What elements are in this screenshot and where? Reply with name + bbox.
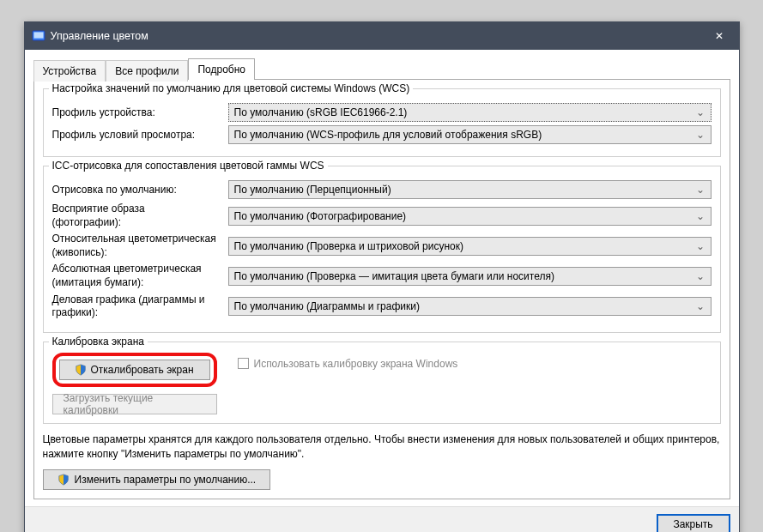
close-dialog-label: Закрыть bbox=[673, 518, 712, 530]
titlebar: Управление цветом ✕ bbox=[25, 22, 739, 50]
use-windows-calibration-label: Использовать калибровку экрана Windows bbox=[254, 358, 458, 370]
chevron-down-icon: ⌄ bbox=[693, 210, 707, 222]
shield-icon bbox=[58, 474, 70, 486]
default-rendering-label: Отрисовка по умолчанию: bbox=[52, 184, 228, 196]
group-wcs-legend: Настройка значений по умолчанию для цвет… bbox=[49, 82, 414, 94]
tab-devices[interactable]: Устройства bbox=[33, 60, 106, 82]
viewing-profile-value: По умолчанию (WCS-профиль для условий от… bbox=[234, 129, 693, 141]
device-profile-dropdown[interactable]: По умолчанию (sRGB IEC61966-2.1) ⌄ bbox=[228, 103, 712, 122]
load-calibrations-button: Загрузить текущие калибровки bbox=[52, 394, 217, 414]
chevron-down-icon: ⌄ bbox=[693, 270, 707, 282]
chevron-down-icon: ⌄ bbox=[693, 106, 707, 118]
change-defaults-button[interactable]: Изменить параметры по умолчанию... bbox=[43, 469, 271, 490]
relative-colorimetric-value: По умолчанию (Проверка и штриховой рисун… bbox=[234, 240, 693, 252]
absolute-colorimetric-dropdown[interactable]: По умолчанию (Проверка — имитация цвета … bbox=[228, 267, 712, 286]
default-rendering-value: По умолчанию (Перцепционный) bbox=[234, 184, 693, 196]
dialog-footer: Закрыть bbox=[25, 506, 739, 532]
checkbox-icon bbox=[238, 358, 249, 369]
tab-advanced-label: Подробно bbox=[197, 63, 245, 76]
close-button[interactable]: ✕ bbox=[700, 22, 739, 50]
absolute-colorimetric-label: Абсолютная цветометрическая(имитация бум… bbox=[52, 263, 228, 289]
change-defaults-label: Изменить параметры по умолчанию... bbox=[75, 474, 257, 486]
color-management-window: Управление цветом ✕ Устройства Все профи… bbox=[24, 21, 740, 532]
tab-all-profiles[interactable]: Все профили bbox=[106, 60, 188, 82]
tab-advanced[interactable]: Подробно bbox=[188, 58, 255, 80]
window-title: Управление цветом bbox=[51, 30, 700, 42]
calibrate-label: Откалибровать экран bbox=[90, 364, 193, 376]
tab-panel: Настройка значений по умолчанию для цвет… bbox=[33, 79, 730, 499]
tab-devices-label: Устройства bbox=[43, 65, 97, 77]
tab-strip: Устройства Все профили Подробно bbox=[33, 58, 730, 80]
absolute-colorimetric-value: По умолчанию (Проверка — имитация цвета … bbox=[234, 270, 693, 282]
business-graphics-label: Деловая графика (диаграммы играфики): bbox=[52, 293, 228, 320]
group-wcs-defaults: Настройка значений по умолчанию для цвет… bbox=[43, 88, 721, 157]
chevron-down-icon: ⌄ bbox=[693, 129, 707, 141]
close-dialog-button[interactable]: Закрыть bbox=[657, 514, 730, 532]
tab-all-profiles-label: Все профили bbox=[115, 65, 179, 77]
viewing-profile-dropdown[interactable]: По умолчанию (WCS-профиль для условий от… bbox=[228, 125, 712, 144]
perceptual-dropdown[interactable]: По умолчанию (Фотографирование) ⌄ bbox=[228, 207, 712, 226]
note-text: Цветовые параметры хранятся для каждого … bbox=[43, 432, 721, 462]
highlight-annotation: Откалибровать экран bbox=[52, 353, 217, 387]
shield-icon bbox=[75, 364, 87, 376]
group-icc-legend: ICC-отрисовка для сопоставления цветовой… bbox=[49, 160, 328, 172]
group-icc-rendering: ICC-отрисовка для сопоставления цветовой… bbox=[43, 166, 721, 333]
use-windows-calibration-checkbox: Использовать калибровку экрана Windows bbox=[238, 358, 458, 370]
group-display-calibration: Калибровка экрана Откалибровать экран bbox=[43, 342, 721, 424]
load-calibrations-label: Загрузить текущие калибровки bbox=[64, 392, 206, 416]
chevron-down-icon: ⌄ bbox=[693, 300, 707, 312]
calibrate-display-button[interactable]: Откалибровать экран bbox=[59, 360, 210, 380]
group-calibration-legend: Калибровка экрана bbox=[49, 336, 148, 348]
relative-colorimetric-label: Относительная цветометрическая(живопись)… bbox=[52, 233, 228, 259]
viewing-profile-label: Профиль условий просмотра: bbox=[52, 129, 228, 141]
content-area: Устройства Все профили Подробно Настройк… bbox=[25, 50, 739, 506]
business-graphics-dropdown[interactable]: По умолчанию (Диаграммы и графики) ⌄ bbox=[228, 297, 712, 316]
chevron-down-icon: ⌄ bbox=[693, 184, 707, 196]
perceptual-value: По умолчанию (Фотографирование) bbox=[234, 210, 693, 222]
device-profile-label: Профиль устройства: bbox=[52, 106, 228, 118]
close-icon: ✕ bbox=[715, 30, 724, 42]
app-icon bbox=[32, 29, 45, 43]
relative-colorimetric-dropdown[interactable]: По умолчанию (Проверка и штриховой рисун… bbox=[228, 237, 712, 256]
chevron-down-icon: ⌄ bbox=[693, 240, 707, 252]
device-profile-value: По умолчанию (sRGB IEC61966-2.1) bbox=[234, 106, 693, 118]
default-rendering-dropdown[interactable]: По умолчанию (Перцепционный) ⌄ bbox=[228, 180, 712, 199]
perceptual-label: Восприятие образа(фотографии): bbox=[52, 203, 228, 229]
svg-rect-1 bbox=[33, 33, 43, 39]
business-graphics-value: По умолчанию (Диаграммы и графики) bbox=[234, 300, 693, 312]
